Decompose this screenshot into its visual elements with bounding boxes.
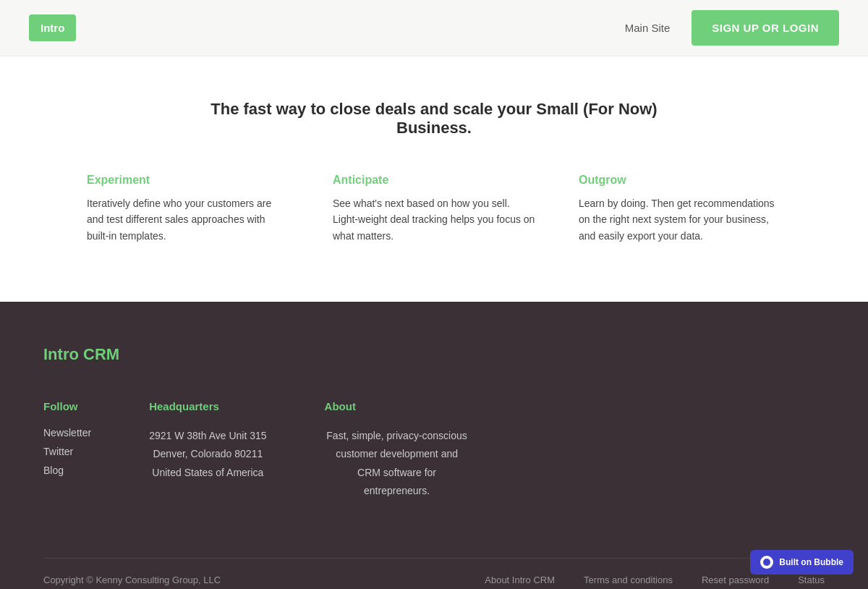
footer-reset-password-link[interactable]: Reset password (702, 575, 769, 585)
bubble-icon (760, 556, 773, 569)
footer-terms-link[interactable]: Terms and conditions (584, 575, 673, 585)
header: Intro Main Site SIGN UP OR LOGIN (0, 0, 868, 56)
hero-section: The fast way to close deals and scale yo… (0, 56, 868, 302)
footer-about-col: About Fast, simple, privacy-conscious cu… (325, 400, 469, 500)
footer-newsletter-link[interactable]: Newsletter (43, 427, 91, 438)
feature-outgrow: Outgrow Learn by doing. Then get recomme… (579, 174, 781, 244)
footer-about-title: About (325, 400, 469, 412)
feature-outgrow-desc: Learn by doing. Then get recommendations… (579, 195, 781, 244)
bubble-label: Built on Bubble (779, 557, 843, 567)
footer-hq-title: Headquarters (149, 400, 266, 412)
signup-button[interactable]: SIGN UP OR LOGIN (692, 10, 839, 46)
feature-experiment-desc: Iteratively define who your customers ar… (87, 195, 289, 244)
bubble-icon-inner (763, 559, 770, 566)
footer-address-line2: Denver, Colorado 80211 (149, 445, 266, 463)
hero-title: The fast way to close deals and scale yo… (181, 100, 687, 137)
feature-experiment-title: Experiment (87, 174, 289, 187)
footer-copyright: Copyright © Kenny Consulting Group, LLC (43, 575, 221, 585)
header-nav: Main Site SIGN UP OR LOGIN (625, 10, 839, 46)
main-site-link[interactable]: Main Site (625, 22, 671, 34)
feature-outgrow-title: Outgrow (579, 174, 781, 187)
footer-about-description: Fast, simple, privacy-conscious customer… (325, 427, 469, 500)
footer-status-link[interactable]: Status (798, 575, 825, 585)
footer-blog-link[interactable]: Blog (43, 465, 91, 476)
feature-experiment: Experiment Iteratively define who your c… (87, 174, 289, 244)
footer-about-crm-link[interactable]: About Intro CRM (485, 575, 555, 585)
footer-address: 2921 W 38th Ave Unit 315 Denver, Colorad… (149, 427, 266, 482)
bubble-badge[interactable]: Built on Bubble (750, 550, 854, 575)
footer-twitter-link[interactable]: Twitter (43, 446, 91, 457)
footer-bottom-links: About Intro CRM Terms and conditions Res… (485, 575, 825, 585)
feature-anticipate: Anticipate See what's next based on how … (333, 174, 535, 244)
footer-follow-title: Follow (43, 400, 91, 412)
footer-follow-col: Follow Newsletter Twitter Blog (43, 400, 91, 500)
footer-columns: Follow Newsletter Twitter Blog Headquart… (43, 400, 825, 500)
footer-headquarters-col: Headquarters 2921 W 38th Ave Unit 315 De… (149, 400, 266, 500)
footer-brand: Intro CRM (43, 345, 825, 364)
footer-address-line1: 2921 W 38th Ave Unit 315 (149, 427, 266, 445)
features-grid: Experiment Iteratively define who your c… (72, 174, 796, 244)
logo-badge[interactable]: Intro (29, 14, 76, 41)
feature-anticipate-desc: See what's next based on how you sell. L… (333, 195, 535, 244)
feature-anticipate-title: Anticipate (333, 174, 535, 187)
footer-bottom: Copyright © Kenny Consulting Group, LLC … (43, 558, 825, 589)
footer-address-line3: United States of America (149, 464, 266, 482)
footer: Intro CRM Follow Newsletter Twitter Blog… (0, 302, 868, 589)
